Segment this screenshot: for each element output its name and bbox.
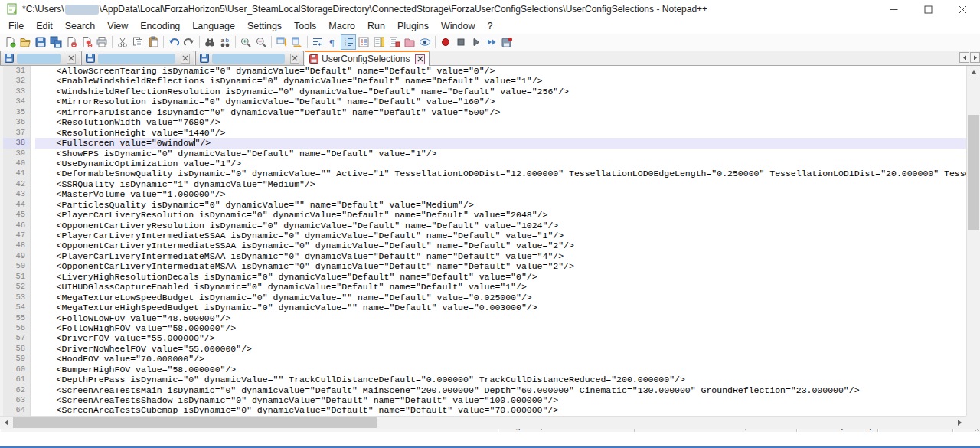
indent-guide-icon[interactable]: [341, 34, 356, 50]
new-file-icon[interactable]: [2, 34, 18, 50]
menu-help[interactable]: ?: [481, 19, 498, 33]
tab-close-icon[interactable]: [415, 54, 425, 64]
cut-icon[interactable]: [115, 34, 130, 50]
undo-icon[interactable]: [166, 34, 181, 50]
vertical-scroll-thumb[interactable]: [968, 115, 979, 230]
maximize-button[interactable]: [911, 0, 946, 18]
code-line[interactable]: <OpponentCarLiveryIntermediateSSAA isDyn…: [35, 240, 980, 250]
line-number[interactable]: 50: [3, 261, 30, 271]
tab-close-icon[interactable]: [67, 54, 76, 64]
line-number[interactable]: 59: [3, 354, 30, 364]
code-line[interactable]: <DepthPrePass isDynamic="0" dynamicValue…: [35, 374, 980, 384]
run-macro-multiple-icon[interactable]: [484, 34, 499, 50]
close-button[interactable]: [946, 0, 980, 18]
menu-view[interactable]: View: [101, 19, 134, 33]
find-icon[interactable]: [202, 34, 217, 50]
code-line[interactable]: <ResolutionHeight value="1440"/>: [35, 128, 980, 138]
code-line[interactable]: <ScreenAreaTestsShadow isDynamic="0" dyn…: [35, 395, 980, 405]
zoom-out-icon[interactable]: [253, 34, 269, 50]
horizontal-scroll-thumb[interactable]: [13, 417, 377, 428]
line-number[interactable]: 47: [3, 231, 30, 240]
minimize-button[interactable]: [877, 0, 911, 18]
sync-horizontal-icon[interactable]: [289, 34, 305, 50]
line-number[interactable]: 41: [3, 168, 30, 178]
code-line[interactable]: <ScreenAreaTestsMain isDynamic="0" dynam…: [35, 385, 980, 395]
text-content[interactable]: <AllowScreenTearing isDynamic="0" dynami…: [35, 66, 980, 416]
line-number[interactable]: 39: [3, 149, 30, 159]
line-number[interactable]: 31: [3, 66, 30, 76]
play-macro-icon[interactable]: [469, 34, 484, 50]
code-line[interactable]: <MegaTextureHighSpeedBudget isDynamic="0…: [35, 302, 980, 312]
menu-run[interactable]: Run: [361, 19, 391, 33]
line-number[interactable]: 35: [3, 107, 30, 117]
save-all-icon[interactable]: [48, 34, 64, 50]
menu-file[interactable]: File: [2, 19, 30, 33]
document-list-icon[interactable]: [387, 34, 402, 50]
code-line[interactable]: <PlayerCarLiveryResolution isDynamic="0"…: [35, 210, 980, 220]
code-line[interactable]: <OpponentCarLiveryResolution isDynamic="…: [35, 221, 980, 231]
vertical-scrollbar[interactable]: [966, 66, 980, 429]
line-number[interactable]: 54: [3, 302, 30, 312]
code-line[interactable]: <SSRQuality isDynamic="1" dynamicValue="…: [35, 179, 980, 189]
line-number[interactable]: 58: [3, 344, 30, 354]
code-line[interactable]: <UIHUDGlassCaptureEnabled isDynamic="0" …: [35, 282, 980, 292]
code-line[interactable]: <PlayerCarLiveryIntermediateSSAA isDynam…: [35, 231, 980, 240]
code-line[interactable]: <MasterVolume value="1.000000"/>: [35, 189, 980, 199]
word-wrap-icon[interactable]: [310, 34, 325, 50]
menu-tools[interactable]: Tools: [288, 19, 322, 33]
save-file-icon[interactable]: [33, 34, 48, 50]
line-number[interactable]: 51: [3, 272, 30, 282]
code-line[interactable]: <BumperHighFOV value="58.000000"/>: [35, 365, 980, 374]
code-line[interactable]: <EnableWindshieldReflections isDynamic="…: [35, 76, 980, 86]
line-number[interactable]: 63: [3, 395, 30, 405]
code-line[interactable]: <ParticlesQuality isDynamic="0" dynamicV…: [35, 200, 980, 210]
line-number[interactable]: 62: [3, 385, 30, 395]
menu-search[interactable]: Search: [59, 19, 102, 33]
line-number[interactable]: 60: [3, 365, 30, 374]
line-number[interactable]: 43: [3, 189, 30, 199]
tab-redacted-2[interactable]: [81, 51, 194, 65]
line-number[interactable]: 42: [3, 179, 30, 189]
scroll-right-icon[interactable]: [953, 417, 966, 429]
line-number[interactable]: 46: [3, 221, 30, 231]
line-number[interactable]: 48: [3, 240, 30, 250]
line-number[interactable]: 49: [3, 251, 30, 261]
menu-settings[interactable]: Settings: [241, 19, 288, 33]
line-number[interactable]: 36: [3, 117, 30, 127]
replace-icon[interactable]: ab: [217, 34, 233, 50]
code-line-current[interactable]: <Fullscreen value="0window"/>: [35, 138, 980, 148]
tab-scroll-right-icon[interactable]: [970, 52, 980, 63]
line-number[interactable]: 57: [3, 333, 30, 343]
tab-redacted-1[interactable]: [0, 51, 80, 65]
code-line[interactable]: <MirrorFarDistance isDynamic="0" dynamic…: [35, 107, 980, 117]
code-line[interactable]: <DeformableSnowQuality isDynamic="0" dyn…: [35, 168, 980, 178]
copy-icon[interactable]: [130, 34, 145, 50]
menu-window[interactable]: Window: [435, 19, 481, 33]
line-number[interactable]: 32: [3, 76, 30, 86]
scroll-left-icon[interactable]: [0, 417, 13, 429]
code-line[interactable]: <ShowFPS isDynamic="0" dynamicValue="Def…: [35, 149, 980, 159]
show-all-chars-icon[interactable]: ¶: [325, 34, 341, 50]
code-line[interactable]: <OpponentCarLiveryIntermediateMSAA isDyn…: [35, 261, 980, 271]
horizontal-scrollbar[interactable]: [0, 416, 966, 429]
menu-encoding[interactable]: Encoding: [134, 19, 186, 33]
code-line[interactable]: <DriverFOV value="55.000000"/>: [35, 333, 980, 343]
tab-close-icon[interactable]: [181, 54, 190, 64]
code-line[interactable]: <UseDynamicOptimization value="1"/>: [35, 159, 980, 168]
sync-vertical-icon[interactable]: [274, 34, 289, 50]
menu-edit[interactable]: Edit: [30, 19, 59, 33]
line-number[interactable]: 64: [3, 405, 30, 415]
line-number[interactable]: 33: [3, 87, 30, 96]
code-line[interactable]: <DriverNoWheelFOV value="55.000000"/>: [35, 344, 980, 354]
line-number[interactable]: 53: [3, 293, 30, 302]
code-line[interactable]: <PlayerCarLiveryIntermediateMSAA isDynam…: [35, 251, 980, 261]
menu-language[interactable]: Language: [186, 19, 241, 33]
code-line[interactable]: <FollowHighFOV value="58.000000"/>: [35, 323, 980, 333]
code-line[interactable]: <WindshieldReflectionResolution isDynami…: [35, 87, 980, 96]
line-number[interactable]: 44: [3, 200, 30, 210]
line-number[interactable]: 34: [3, 96, 30, 106]
function-list-icon[interactable]: [356, 34, 371, 50]
line-number[interactable]: 56: [3, 323, 30, 333]
code-line[interactable]: <HoodFOV value="70.000000"/>: [35, 354, 980, 364]
line-number[interactable]: 37: [3, 128, 30, 138]
